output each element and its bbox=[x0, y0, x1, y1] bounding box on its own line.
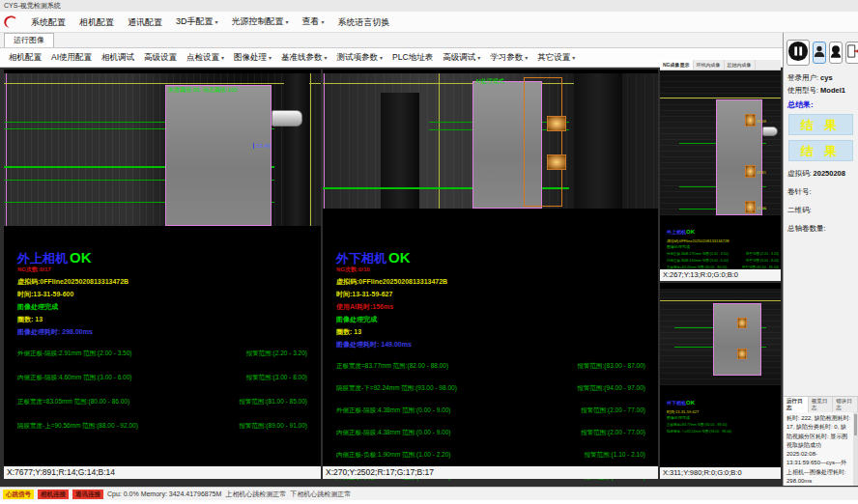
tool-learning-params[interactable]: 学习参数 bbox=[485, 52, 532, 64]
menu-language-switch[interactable]: 系统语言切换 bbox=[331, 12, 397, 33]
measurement-value: 外侧正极-隔膜:4.38mm 范围:(0.00 - 9.00) bbox=[336, 406, 450, 415]
camera-image-upper[interactable]: 灰度阈值:93, 动态阈值:100 23.46 bbox=[4, 73, 321, 226]
ng-image-panel-bottom: 外下相机OK 时间:13-31-59-627 图像处理完成 正极宽度=83.77… bbox=[660, 283, 781, 479]
tool-test-params[interactable]: 测试项参数 bbox=[332, 52, 388, 64]
login-user-label: 登录用户: bbox=[787, 73, 818, 83]
process-done-line: 图像处理完成 bbox=[667, 415, 779, 420]
menu-light-config[interactable]: 光源控制配置 bbox=[225, 11, 296, 33]
window-title: CYS-视觉检测系统 bbox=[4, 2, 61, 9]
tool-advanced-settings[interactable]: 高级设置 bbox=[139, 52, 182, 64]
measurement-row: 内侧正极-隔膜:4.60mm 范围:(3.00 - 6.00)报警范围:(3.0… bbox=[17, 374, 307, 382]
pause-button[interactable] bbox=[786, 40, 810, 66]
menu-view[interactable]: 查看 bbox=[296, 11, 331, 33]
process-done-line: 图像处理完成 bbox=[17, 302, 313, 312]
window-titlebar: CYS-视觉检测系统 bbox=[0, 0, 858, 12]
tool-advanced-debug[interactable]: 高级调试 bbox=[438, 52, 485, 64]
qr-code-label: 二维码: bbox=[787, 206, 812, 215]
tool-spot-check[interactable]: 点检设置 bbox=[182, 52, 229, 64]
elapsed-line: 图像处理耗时: 149.00ms bbox=[336, 340, 650, 350]
lower-camera-heartbeat-status: 下相机心跳检测正常 bbox=[290, 490, 351, 499]
tool-image-processing[interactable]: 图像处理 bbox=[229, 52, 276, 64]
log-output[interactable]: 耗时: 222, 缺陷检测耗时: 17, 缺陷分类耗时: 0, 缺陷视频分区耗时… bbox=[784, 412, 858, 486]
virtual-code-line: 虚拟码:0FFline2025020813313472B bbox=[336, 277, 650, 287]
measurement-row: 外侧正极-隔膜:4.38mm 范围:(0.00 - 9.00)报警范围:(2.0… bbox=[336, 406, 645, 415]
tab-ring-image[interactable]: 环线内成像 bbox=[694, 60, 725, 70]
process-done-line: 图像处理完成 bbox=[336, 315, 650, 324]
measurement-list: 外侧正极-隔膜:2.91mm 范围:(2.00 - 3.50)报警范围:(2.2… bbox=[17, 350, 313, 431]
scrollbar-thumb[interactable] bbox=[854, 414, 857, 435]
defect-highlight bbox=[547, 116, 566, 131]
alarm-range: 报警范围:(3.00 - 8.00) bbox=[746, 259, 779, 263]
camera-image-lower[interactable]: AI处理模式 bbox=[323, 73, 658, 209]
tab-run-log[interactable]: 运行日志 bbox=[784, 397, 809, 412]
operator-button[interactable] bbox=[813, 42, 826, 64]
exit-button[interactable] bbox=[845, 42, 858, 64]
overlay-line bbox=[4, 83, 321, 84]
pause-icon bbox=[787, 41, 809, 66]
tab-run-image[interactable]: 运行图像 bbox=[4, 33, 54, 47]
ng-thumbnail-image[interactable]: 38.48 23.81 51.96 bbox=[660, 70, 781, 215]
camera-name: 外上相机 bbox=[667, 229, 686, 235]
ai-elapsed-line: 使用AI耗时:156ms bbox=[336, 302, 650, 312]
camera-panel-lower: AI处理模式 外下相机OK NG次数:0/10 虚拟码:0FFline20250… bbox=[323, 70, 658, 479]
camera-status: OK bbox=[70, 249, 92, 266]
model-row: 使用型号: Model1 bbox=[784, 84, 858, 97]
camera-info-lower: 外下相机OK NG次数:0/10 虚拟码:0FFline202502081331… bbox=[336, 249, 650, 495]
tab-error-log[interactable]: 错误日志 bbox=[833, 397, 858, 412]
virtual-code-label: 虚拟码: bbox=[787, 169, 812, 179]
defect-label: 38.48 bbox=[757, 119, 766, 124]
tool-plc-address[interactable]: PLC地址表 bbox=[387, 52, 438, 64]
login-user-row: 登录用户: cys bbox=[784, 71, 858, 84]
alarm-range: 报警范围:(94.00 - 97.00) bbox=[578, 384, 645, 393]
measurement-row: 内侧正极-负极:1.90mm 范围:(1.00 - 2.20)报警范围:(1.1… bbox=[336, 451, 645, 460]
time-line: 时间:13-31-59-600 bbox=[17, 290, 313, 299]
log-scrollbar[interactable] bbox=[853, 412, 858, 486]
model-value[interactable]: Model1 bbox=[820, 86, 845, 95]
camera-panel-upper: 灰度阈值:93, 动态阈值:100 23.46 外上相机OK NG次数:0/17… bbox=[4, 70, 321, 479]
menubar: 系统配置 相机配置 通讯配置 3D手配置 光源控制配置 查看 系统语言切换 bbox=[0, 12, 858, 33]
defect-label: 23.81 bbox=[757, 170, 766, 175]
overlay-line bbox=[310, 73, 311, 226]
pin-number-row: 卷针号: bbox=[784, 185, 858, 198]
qr-code-row: 二维码: bbox=[784, 204, 858, 216]
measurement-value: 隔膜宽度-上=90.56mm 范围:(88.00 - 92.00) bbox=[17, 422, 138, 431]
menu-3d-config[interactable]: 3D手配置 bbox=[169, 11, 225, 33]
log-entry: 耗时: 222, 缺陷检测耗时: 17, 缺陷分类耗时: 0, 缺陷视频分区耗时… bbox=[786, 415, 850, 484]
measurement-row: 正极宽度=83.77mm 范围:(82.00 - 88.00)报警范围:(83.… bbox=[336, 362, 645, 371]
result-indicator-upper: 结 果 bbox=[788, 114, 853, 135]
elapsed-line: 图像处理耗时: 298.00ms bbox=[17, 327, 313, 337]
tab-vision-log[interactable]: 视觉日志 bbox=[809, 397, 834, 412]
total-result-label: 总结果: bbox=[784, 97, 858, 111]
tab-start-image[interactable]: 起始内成像 bbox=[725, 60, 756, 70]
log-tabs: 运行日志 视觉日志 错误日志 bbox=[784, 396, 858, 412]
measurement-value: 内侧正极-隔膜:4.60mm 范围:(3.00 - 6.00) bbox=[17, 374, 131, 382]
measure-tag: 23.46 bbox=[253, 143, 271, 149]
menu-system-config[interactable]: 系统配置 bbox=[24, 12, 72, 33]
tab-ng-display[interactable]: NG成像显示 bbox=[660, 60, 694, 70]
sidebar-spacer bbox=[784, 235, 858, 396]
menu-comm-config[interactable]: 通讯配置 bbox=[121, 12, 169, 33]
tool-camera-config[interactable]: 相机配置 bbox=[4, 52, 46, 64]
time-line: 时间:13-31-59-627 bbox=[336, 290, 650, 299]
defect-highlight bbox=[745, 165, 756, 178]
view-tab-row: 运行图像 bbox=[0, 33, 783, 48]
tool-ai-config[interactable]: AI使用配置 bbox=[46, 52, 97, 64]
tool-other-settings[interactable]: 其它设置 bbox=[532, 52, 580, 64]
turns-line: 圈数: 13 bbox=[336, 327, 650, 337]
ai-mode-label: AI处理模式 bbox=[475, 77, 504, 86]
user-switch-button[interactable] bbox=[829, 42, 843, 64]
status-bar: 心跳信号 相机连接 通讯连接 Cpu: 0.0% Memory: 3424.41… bbox=[0, 487, 858, 500]
measurement-value: 隔膜宽度-下=92.24mm 范围:(93.00 - 98.00) bbox=[667, 430, 731, 434]
ng-thumbnail-image[interactable] bbox=[660, 289, 781, 385]
tool-baseline-params[interactable]: 基准线参数 bbox=[276, 52, 332, 64]
tab-connector-shape bbox=[272, 110, 302, 126]
scene-shadow bbox=[574, 73, 622, 209]
defect-highlight bbox=[547, 154, 566, 170]
defect-highlight bbox=[737, 349, 747, 359]
upper-camera-heartbeat-status: 上相机心跳检测正常 bbox=[225, 490, 286, 499]
cpu-memory-readout: Cpu: 0.0% Memory: 3424.41796875M bbox=[107, 490, 221, 497]
app-window: CYS-视觉检测系统 系统配置 相机配置 通讯配置 3D手配置 光源控制配置 查… bbox=[0, 0, 858, 504]
tool-camera-debug[interactable]: 相机调试 bbox=[97, 52, 139, 64]
menu-camera-config[interactable]: 相机配置 bbox=[72, 12, 121, 33]
scene-shadow bbox=[381, 93, 419, 209]
